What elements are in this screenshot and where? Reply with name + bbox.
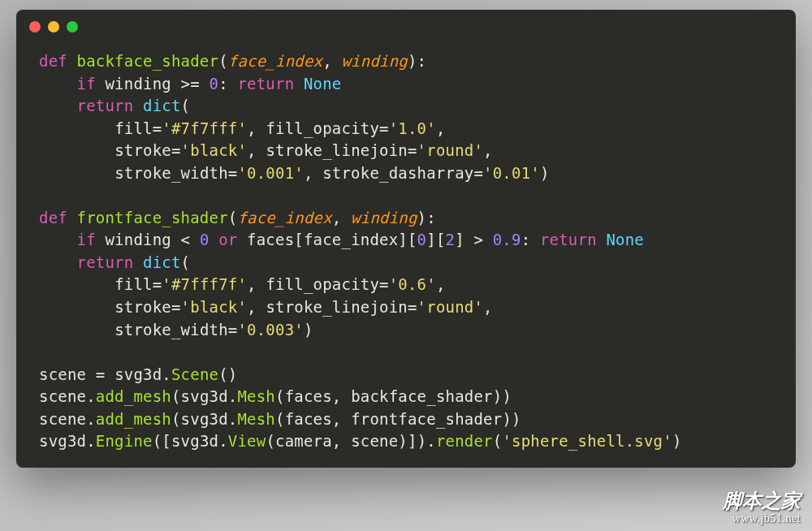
method: Engine xyxy=(96,432,153,450)
keyword: return xyxy=(77,97,134,114)
comma: , xyxy=(247,141,257,159)
method: Mesh xyxy=(237,410,275,428)
colon: : xyxy=(218,75,228,93)
kwarg: fill xyxy=(114,275,153,293)
keyword: if xyxy=(77,231,96,248)
operator: = xyxy=(379,275,389,293)
operator: = xyxy=(228,321,238,339)
operator: >= xyxy=(181,75,200,93)
watermark-url: www.jb51.net xyxy=(723,512,801,525)
paren: ) xyxy=(417,209,427,227)
number: 0.9 xyxy=(493,231,521,248)
comma: , xyxy=(322,52,332,70)
bracket: [ xyxy=(162,432,171,450)
close-icon[interactable] xyxy=(29,21,41,32)
kwarg: stroke_linejoin xyxy=(266,141,408,159)
comma: , xyxy=(332,387,342,405)
comma: , xyxy=(436,119,446,137)
operator: = xyxy=(153,119,162,137)
paren: ) xyxy=(228,365,238,383)
dot: . xyxy=(228,410,238,428)
zoom-icon[interactable] xyxy=(67,21,78,32)
builtin: None xyxy=(606,231,644,248)
keyword: or xyxy=(218,231,237,248)
kwarg: stroke xyxy=(114,298,171,316)
method: render xyxy=(436,432,493,450)
paren: ( xyxy=(181,97,191,114)
comma: , xyxy=(247,275,257,293)
watermark-text-cn: 脚本之家 xyxy=(723,490,801,512)
minimize-icon[interactable] xyxy=(48,21,59,32)
paren: ) xyxy=(502,387,512,405)
kwarg: fill_opacity xyxy=(266,119,379,137)
paren: ( xyxy=(171,410,181,428)
identifier: svg3d xyxy=(114,365,162,383)
operator: = xyxy=(171,141,181,159)
keyword: if xyxy=(77,75,96,93)
colon: : xyxy=(521,231,531,248)
comma: , xyxy=(332,209,342,227)
number: 0 xyxy=(200,231,209,248)
comma: , xyxy=(483,141,493,159)
parameter: face_index xyxy=(237,209,331,227)
operator: < xyxy=(181,231,191,248)
identifier: winding xyxy=(105,231,171,248)
bracket: ] xyxy=(455,231,464,248)
function-name: frontface_shader xyxy=(77,209,228,227)
method: add_mesh xyxy=(96,410,171,428)
string: '0.01' xyxy=(483,164,540,182)
operator: = xyxy=(408,141,417,159)
paren: ( xyxy=(171,387,181,405)
paren: ( xyxy=(228,209,238,227)
keyword: def xyxy=(39,209,67,227)
function-name: backface_shader xyxy=(77,52,219,70)
identifier: svg3d xyxy=(181,387,228,405)
identifier: svg3d xyxy=(171,432,218,450)
number: 2 xyxy=(446,231,456,248)
operator: = xyxy=(153,275,162,293)
comma: , xyxy=(436,275,446,293)
paren: ) xyxy=(493,387,503,405)
kwarg: fill xyxy=(114,119,153,137)
string: '0.003' xyxy=(237,321,303,339)
paren: ) xyxy=(304,321,313,339)
identifier: scene xyxy=(39,387,86,405)
keyword: def xyxy=(39,52,67,70)
kwarg: stroke_width xyxy=(114,321,228,339)
paren: ( xyxy=(266,432,275,450)
bracket: [ xyxy=(436,231,446,248)
builtin: dict xyxy=(143,253,181,271)
builtin: None xyxy=(304,75,342,93)
number: 0 xyxy=(417,231,427,248)
parameter: winding xyxy=(341,52,407,70)
identifier: scene xyxy=(39,410,86,428)
string: '#7fff7f' xyxy=(162,275,247,293)
operator: = xyxy=(171,298,181,316)
identifier: scene xyxy=(351,432,398,450)
operator: > xyxy=(473,231,483,248)
bracket: [ xyxy=(408,231,417,248)
keyword: return xyxy=(77,253,134,271)
kwarg: stroke_linejoin xyxy=(266,298,408,316)
kwarg: stroke_dasharray xyxy=(322,164,473,182)
comma: , xyxy=(332,410,342,428)
identifier: face_index xyxy=(304,231,398,248)
string: 'black' xyxy=(181,141,247,159)
paren: ( xyxy=(493,432,503,450)
paren: ) xyxy=(540,164,550,182)
string: '1.0' xyxy=(389,119,436,137)
parameter: winding xyxy=(351,209,417,227)
builtin: dict xyxy=(143,97,181,114)
keyword: return xyxy=(540,231,597,248)
method: View xyxy=(228,432,266,450)
string: 'round' xyxy=(417,298,483,316)
comma: , xyxy=(332,432,342,450)
identifier: svg3d xyxy=(39,432,86,450)
number: 0 xyxy=(209,75,219,93)
identifier: winding xyxy=(105,75,171,93)
code-window: def backface_shader(face_index, winding)… xyxy=(16,10,796,468)
operator: = xyxy=(408,298,417,316)
paren: ) xyxy=(417,432,427,450)
colon: : xyxy=(426,209,436,227)
dot: . xyxy=(86,410,96,428)
